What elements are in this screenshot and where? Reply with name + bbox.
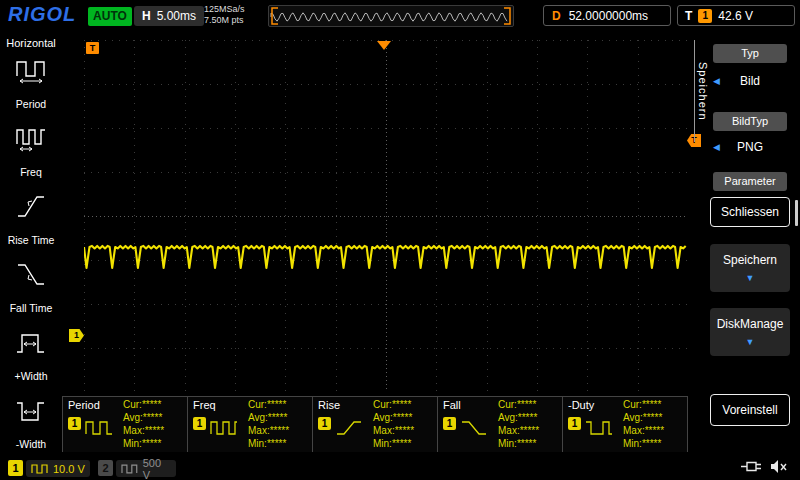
sample-rate: 125MSa/s — [204, 4, 245, 15]
period-wave-icon — [85, 419, 113, 437]
preview-waveform — [271, 13, 507, 21]
channel2-coupling-icon — [121, 463, 139, 475]
bildtyp-value-button[interactable]: ◀ PNG — [710, 134, 790, 161]
channel2-badge[interactable]: 2 — [98, 460, 113, 476]
oscilloscope-screen: RIGOL AUTO H 5.00ms 125MSa/s 7.50M pts D… — [0, 0, 800, 480]
status-icons — [740, 459, 787, 474]
fall-wave-icon — [460, 419, 488, 437]
freq-icon — [15, 124, 47, 154]
measurement-panel-period[interactable]: Period 1 Cur:*****Avg:*****Max:*****Min:… — [63, 397, 188, 452]
channel-badge: 1 — [568, 417, 581, 430]
preset-button[interactable]: Voreinstell — [710, 394, 790, 426]
acquisition-readout: 125MSa/s 7.50M pts — [204, 4, 245, 26]
h-scale-value: 5.00ms — [157, 9, 196, 23]
trigger-source-badge: 1 — [698, 9, 712, 23]
graticule-grid — [84, 40, 688, 392]
waveform-preview-strip — [268, 5, 514, 27]
measurement-bar: Period 1 Cur:*****Avg:*****Max:*****Min:… — [62, 396, 688, 452]
typ-label: Typ — [713, 44, 787, 63]
channel1-waveform-trace — [84, 246, 686, 268]
run-state-badge: AUTO — [88, 7, 132, 26]
channel-badge: 1 — [68, 417, 81, 430]
trigger-readout: T 1 42.6 V — [677, 5, 795, 26]
trigger-position-marker-icon — [377, 41, 391, 50]
h-label: H — [142, 9, 151, 23]
arrow-left-icon: ◀ — [713, 68, 720, 95]
d-value: 52.0000000ms — [569, 9, 648, 23]
menu-item-minus-width[interactable]: -Width — [0, 392, 62, 456]
channel2-scale-readout[interactable]: 500 V — [116, 460, 176, 477]
graticule-display — [84, 40, 688, 392]
plus-width-icon — [15, 328, 47, 358]
preview-right-bracket-icon — [504, 8, 510, 24]
rise-time-icon — [15, 192, 47, 222]
measurement-panel-rise[interactable]: Rise 1 Cur:*****Avg:*****Max:*****Min:**… — [313, 397, 438, 452]
arrow-down-icon: ▼ — [710, 273, 790, 283]
menu-item-period[interactable]: Period — [0, 52, 62, 116]
minus-width-icon — [15, 396, 47, 426]
bildtyp-label: BildTyp — [713, 112, 787, 131]
t-label: T — [685, 9, 692, 23]
arrow-down-icon: ▼ — [710, 337, 790, 347]
rise-wave-icon — [335, 419, 363, 437]
menu-item-freq[interactable]: Freq — [0, 120, 62, 184]
channel1-coupling-icon — [31, 463, 49, 475]
menu-item-rise-time[interactable]: Rise Time — [0, 188, 62, 252]
save-button[interactable]: Speichern ▼ — [710, 244, 790, 292]
trigger-corner-marker: T — [86, 42, 99, 54]
menu-item-plus-width[interactable]: +Width — [0, 324, 62, 388]
channel-badge: 1 — [443, 417, 456, 430]
d-label: D — [552, 9, 561, 23]
channel-badge: 1 — [193, 417, 206, 430]
left-menu-title: Horizontal — [0, 37, 62, 49]
trigger-level-value: 42.6 V — [718, 9, 753, 23]
menu-tab-title: Speichern — [694, 40, 709, 142]
channel1-scale-readout[interactable]: 10.0 V — [26, 460, 90, 477]
speaker-muted-icon — [770, 459, 787, 474]
parameter-close-button[interactable]: Schliessen — [710, 197, 790, 227]
measurement-panel-duty[interactable]: -Duty 1 Cur:*****Avg:*****Max:*****Min:*… — [563, 397, 688, 452]
fall-time-icon — [15, 260, 47, 290]
parameter-label: Parameter — [713, 172, 787, 191]
measurement-panel-fall[interactable]: Fall 1 Cur:*****Avg:*****Max:*****Min:**… — [438, 397, 563, 452]
typ-value-button[interactable]: ◀ Bild — [710, 68, 790, 95]
menu-item-fall-time[interactable]: Fall Time — [0, 256, 62, 320]
measurement-panel-freq[interactable]: Freq 1 Cur:*****Avg:*****Max:*****Min:**… — [188, 397, 313, 452]
rigol-logo: RIGOL — [8, 3, 76, 26]
duty-wave-icon — [585, 419, 613, 437]
arrow-left-icon: ◀ — [713, 134, 720, 161]
freq-wave-icon — [210, 419, 238, 437]
horizontal-scale-readout: H 5.00ms — [134, 6, 204, 26]
memory-depth: 7.50M pts — [204, 15, 245, 26]
period-icon — [15, 56, 47, 86]
menu-page-indicator — [795, 200, 798, 226]
channel1-ground-marker: 1 — [69, 329, 84, 342]
trigger-delay-readout: D 52.0000000ms — [543, 5, 671, 26]
usb-icon — [740, 459, 762, 474]
channel-badge: 1 — [318, 417, 331, 430]
disk-manage-button[interactable]: DiskManage ▼ — [710, 308, 790, 356]
channel1-badge[interactable]: 1 — [8, 460, 23, 476]
